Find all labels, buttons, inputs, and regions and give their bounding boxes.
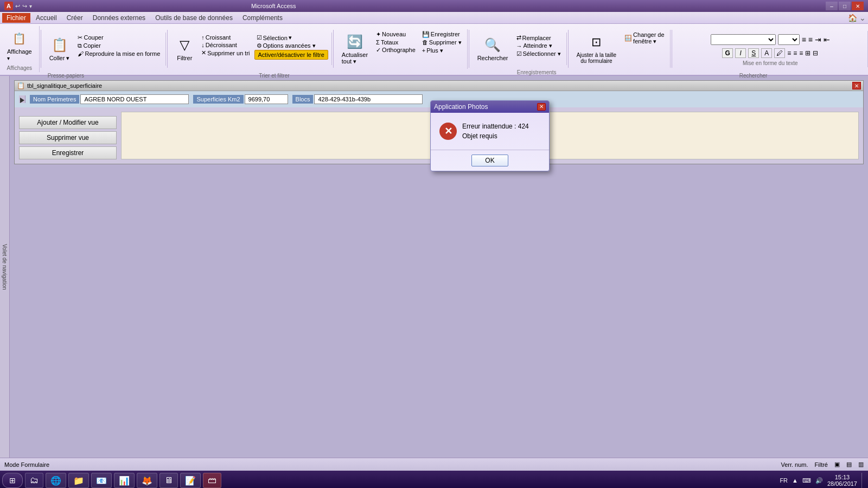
taskbar-folder[interactable]: 📁 bbox=[68, 473, 89, 488]
highlight-btn[interactable]: 🖊 bbox=[774, 48, 785, 58]
view-icon-2[interactable]: ▤ bbox=[846, 461, 852, 468]
form-close-button[interactable]: ✕ bbox=[852, 82, 861, 89]
align-center-btn[interactable]: ≡ bbox=[793, 49, 797, 57]
menu-complements[interactable]: Compléments bbox=[238, 13, 287, 23]
rechercher-label: Rechercher bbox=[477, 55, 508, 61]
croissant-icon: ↑ bbox=[201, 34, 205, 41]
menu-outils-bdd[interactable]: Outils de base de données bbox=[151, 13, 237, 23]
supprimer-button[interactable]: 🗑 Supprimer ▾ bbox=[420, 38, 464, 47]
minimize-button[interactable]: – bbox=[826, 2, 838, 10]
close-button[interactable]: ✕ bbox=[852, 2, 864, 10]
menu-donnees-externes[interactable]: Données externes bbox=[88, 13, 150, 23]
list-icon: ≡ bbox=[802, 35, 806, 44]
bold-button[interactable]: G bbox=[722, 48, 733, 58]
form-title-text: tbl_signalitique_superficiaire bbox=[27, 82, 102, 89]
underline-button[interactable]: S bbox=[748, 48, 759, 58]
divider-2 bbox=[167, 30, 168, 68]
italic-button[interactable]: I bbox=[735, 48, 746, 58]
remplacer-button[interactable]: ⇄ Remplacer bbox=[514, 34, 563, 42]
table-btn[interactable]: ⊞ bbox=[805, 49, 810, 57]
start-button[interactable]: ⊞ bbox=[2, 473, 23, 488]
modal-message-line1: Erreur inattendue : 424 bbox=[462, 121, 529, 131]
options-avancees-button[interactable]: ⚙ Options avancées ▾ bbox=[254, 42, 328, 50]
modal-close-button[interactable]: ✕ bbox=[537, 103, 546, 111]
menu-accueil[interactable]: Accueil bbox=[31, 13, 61, 23]
nav-toggle[interactable]: Volet de navigation bbox=[0, 76, 10, 458]
grid-btn[interactable]: ⊟ bbox=[813, 49, 818, 57]
decroissant-button[interactable]: ↓ Décroissant bbox=[199, 41, 252, 49]
remplacer-icon: ⇄ bbox=[516, 34, 521, 41]
selectionner-button[interactable]: ☑ Sélectionner ▾ bbox=[514, 50, 563, 58]
taskbar-network[interactable]: 🖥 bbox=[159, 473, 178, 488]
orthographe-button[interactable]: ✓ Orthographe bbox=[374, 46, 418, 54]
font-size-select[interactable] bbox=[778, 34, 800, 45]
ajuster-label: Ajuster à la tailledu formulaire bbox=[577, 52, 616, 64]
ajuster-icon: ⊡ bbox=[588, 34, 605, 51]
sort-small-btns: ↑ Croissant ↓ Décroissant ✕ Supprimer un… bbox=[199, 34, 252, 57]
ribbon-group-trier-filtrer: ▽ Filtrer ↑ Croissant ↓ Décroissant ✕ Su… bbox=[169, 33, 332, 65]
blocs-value[interactable]: 428-429-431b-439b bbox=[314, 94, 423, 104]
changer-fenetre-button[interactable]: 🪟 Changer defenêtre ▾ bbox=[622, 31, 667, 46]
filtrer-button[interactable]: ▽ Filtrer bbox=[172, 34, 197, 64]
text-format-btns-2: G I S A 🖊 ≡ ≡ ≡ ⊞ ⊟ bbox=[720, 47, 820, 59]
taskbar-date-text: 28/06/2017 bbox=[827, 480, 857, 487]
enregistrer-ribbon-button[interactable]: 💾 Enregistrer bbox=[420, 30, 464, 38]
align-right-btn[interactable]: ≡ bbox=[799, 49, 803, 57]
title-bar: A ↩ ↪ ▾ Microsoft Access – □ ✕ bbox=[0, 0, 868, 12]
view-icon-3[interactable]: ▥ bbox=[858, 461, 864, 468]
supprimer-tri-button[interactable]: ✕ Supprimer un tri bbox=[199, 49, 252, 57]
superficies-value[interactable]: 9699,70 bbox=[245, 94, 288, 104]
copier-button[interactable]: ⧉ Copier bbox=[75, 42, 162, 50]
affichage-button[interactable]: 📋 Affichage▾ bbox=[3, 27, 36, 64]
reproduire-button[interactable]: 🖌 Reproduire la mise en forme bbox=[75, 50, 162, 57]
taskbar-explorer[interactable]: 🗂 bbox=[25, 473, 43, 488]
menu-creer[interactable]: Créer bbox=[62, 13, 87, 23]
taskbar-access[interactable]: 🗃 bbox=[203, 473, 221, 488]
taskbar-outlook[interactable]: 📧 bbox=[91, 473, 112, 488]
atteindre-button[interactable]: → Atteindre ▾ bbox=[514, 42, 563, 50]
modal-ok-button[interactable]: OK bbox=[471, 155, 508, 166]
croissant-button[interactable]: ↑ Croissant bbox=[199, 34, 252, 41]
taskbar-firefox[interactable]: 🦊 bbox=[137, 473, 157, 488]
app-icon: A bbox=[4, 2, 13, 10]
nom-perimetres-value[interactable]: AGREB NORD OUEST bbox=[80, 94, 189, 104]
actualiser-label: Actualisertout ▾ bbox=[342, 52, 368, 65]
coller-button[interactable]: 📋 Coller ▾ bbox=[46, 34, 74, 65]
modal-overlay: Application Photos ✕ ✕ Erreur inattendue… bbox=[122, 112, 858, 159]
ajuster-taille-button[interactable]: ⊡ Ajuster à la tailledu formulaire bbox=[573, 31, 620, 67]
affichages-group-label: Affichages bbox=[7, 65, 33, 71]
nouveau-button[interactable]: ✦ Nouveau bbox=[374, 30, 418, 38]
enregistrer-form-button[interactable]: Enregistrer bbox=[19, 146, 117, 159]
activer-filtre-button[interactable]: Activer/désactiver le filtre bbox=[254, 50, 328, 60]
modal-dialog: Application Photos ✕ ✕ Erreur inattendue… bbox=[430, 100, 550, 171]
quick-access-undo[interactable]: ↩ bbox=[15, 3, 20, 10]
ribbon-group-mise-en-forme: ≡ ≡ ⇥ ⇤ G I S A 🖊 ≡ ≡ ≡ ⊞ ⊟ Mise en form… bbox=[673, 31, 868, 67]
taskbar-notepad[interactable]: 📝 bbox=[180, 473, 201, 488]
couper-button[interactable]: ✂ Couper bbox=[75, 34, 162, 42]
supprimer-vue-button[interactable]: Supprimer vue bbox=[19, 131, 117, 144]
record-selector bbox=[19, 95, 25, 103]
align-left-btn[interactable]: ≡ bbox=[787, 49, 791, 57]
selection-button[interactable]: ☑ Sélection ▾ bbox=[254, 34, 328, 42]
maximize-button[interactable]: □ bbox=[839, 2, 851, 10]
taskbar-up-arrow[interactable]: ▲ bbox=[792, 477, 798, 484]
ajouter-modifier-vue-button[interactable]: Ajouter / Modifier vue bbox=[19, 116, 117, 129]
ie-icon: 🌐 bbox=[50, 476, 61, 486]
taskbar-keyboard-icon: ⌨ bbox=[802, 477, 811, 484]
ribbon-help[interactable]: 🏠 ⌄ bbox=[848, 14, 866, 22]
quick-access-dropdown[interactable]: ▾ bbox=[29, 3, 32, 9]
outdent-icon: ⇤ bbox=[824, 35, 830, 44]
taskbar-excel[interactable]: 📊 bbox=[114, 473, 135, 488]
taskbar-show-desktop[interactable] bbox=[861, 473, 866, 488]
taskbar-ie[interactable]: 🌐 bbox=[46, 473, 66, 488]
view-icon-1[interactable]: ▣ bbox=[834, 461, 840, 468]
font-family-select[interactable] bbox=[711, 34, 776, 45]
rechercher-button[interactable]: 🔍 Rechercher bbox=[474, 34, 512, 64]
menu-fichier[interactable]: Fichier bbox=[2, 13, 30, 23]
plus-button[interactable]: + Plus ▾ bbox=[420, 47, 464, 55]
totaux-button[interactable]: Σ Totaux bbox=[374, 38, 418, 46]
actualiser-tout-button[interactable]: 🔄 Actualisertout ▾ bbox=[338, 30, 372, 68]
text-format-btns: ≡ ≡ ⇥ ⇤ bbox=[709, 32, 832, 47]
font-color-btn[interactable]: A bbox=[761, 48, 772, 58]
quick-access-redo[interactable]: ↪ bbox=[22, 3, 27, 10]
